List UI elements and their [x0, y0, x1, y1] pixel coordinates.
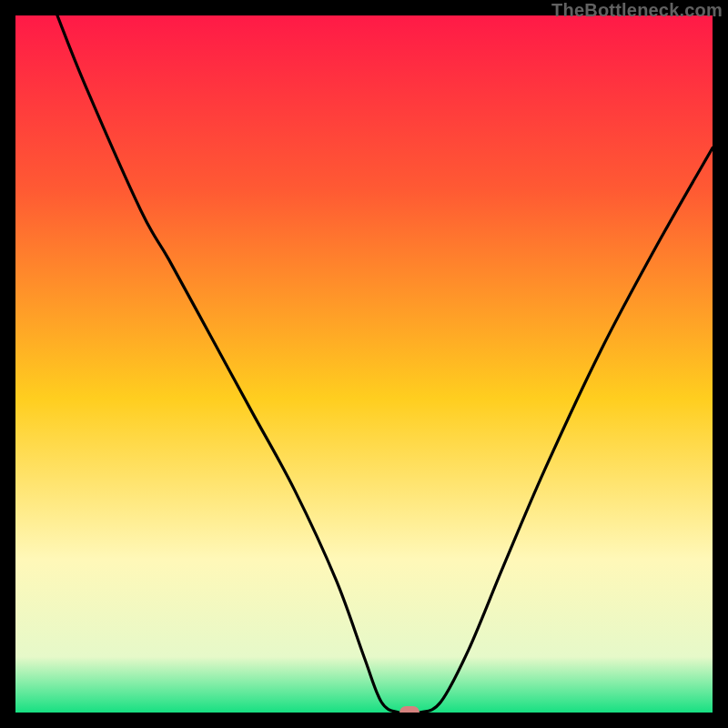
- plot-area: [15, 15, 713, 713]
- credit-label: TheBottleneck.com: [551, 0, 723, 21]
- minimum-marker: [399, 706, 420, 713]
- chart-stage: TheBottleneck.com: [0, 0, 728, 728]
- bottleneck-curve: [15, 15, 713, 713]
